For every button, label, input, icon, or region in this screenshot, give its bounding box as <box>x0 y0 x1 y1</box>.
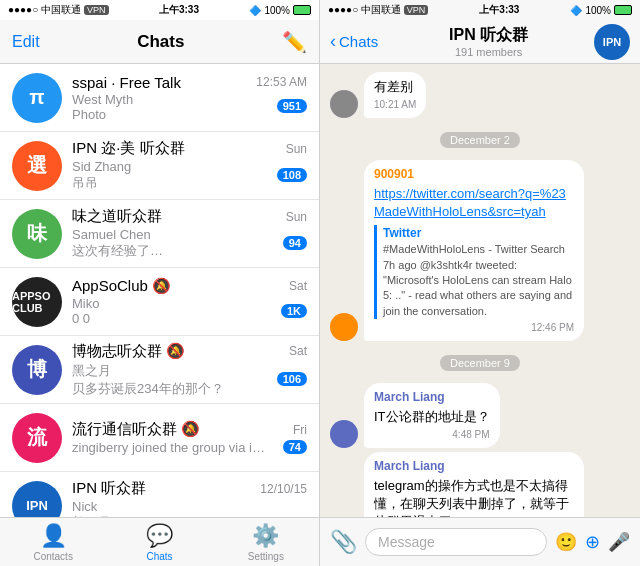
chat-avatar-weizhidao: 味 <box>12 209 62 259</box>
chat-avatar-ipn-main: IPN <box>12 481 62 518</box>
link-url-2[interactable]: https://twitter.com/search?q=%23MadeWith… <box>374 186 566 219</box>
chat-time-ipn-main: 12/10/15 <box>260 482 307 496</box>
sticker-icon[interactable]: 🙂 <box>555 531 577 553</box>
chat-item-weizhidao[interactable]: 味 味之道听众群 Sun Samuel Chen 这次有经验了… 94 <box>0 200 319 268</box>
chat-preview-ipn-xuan: 吊吊 <box>72 174 131 192</box>
bubble-0: 有差别 10:21 AM <box>364 72 426 118</box>
tab-icon-chats: 💬 <box>146 523 173 549</box>
msg-avatar-2 <box>330 313 358 341</box>
chat-info-weizhidao: 味之道听众群 Sun Samuel Chen 这次有经验了… 94 <box>72 207 307 260</box>
chat-item-ipn-xuan[interactable]: 選 IPN 迩·美 听众群 Sun Sid Zhang 吊吊 108 <box>0 132 319 200</box>
mic-button[interactable]: 🎤 <box>608 531 630 553</box>
chat-info-ipn-xuan: IPN 迩·美 听众群 Sun Sid Zhang 吊吊 108 <box>72 139 307 192</box>
msg-time-2: 12:46 PM <box>374 321 574 335</box>
tab-icon-contacts: 👤 <box>40 523 67 549</box>
chat-header: IPN 听众群 191 members <box>383 25 594 58</box>
chat-time-liuxing: Fri <box>293 423 307 437</box>
badge-ipn-xuan: 108 <box>277 168 307 182</box>
message-input[interactable]: Message <box>365 528 547 556</box>
compose-button[interactable]: ✏️ <box>282 30 307 54</box>
left-panel: ●●●●○ 中国联通 VPN 上午3:33 🔷 100% Edit Chats … <box>0 0 320 566</box>
chat-preview-appsoclub: 0 0 <box>72 311 99 326</box>
back-button[interactable]: ‹ Chats <box>330 31 378 52</box>
chat-avatar-sspai: π <box>12 73 62 123</box>
msg-time-4: 4:48 PM <box>374 428 490 442</box>
chat-time-weizhidao: Sun <box>286 210 307 224</box>
chat-name-weizhidao: 味之道听众群 <box>72 207 162 226</box>
time-right: 上午3:33 <box>479 3 519 17</box>
carrier-right: ●●●●○ 中国联通 VPN <box>328 3 428 17</box>
sender-name-5: March Liang <box>374 458 574 475</box>
bottom-bar-right: 📎 Message 🙂 ⊕ 🎤 <box>320 517 640 566</box>
battery-left: 100% <box>264 5 290 16</box>
nav-bar-right: ‹ Chats IPN 听众群 191 members IPN <box>320 20 640 64</box>
chat-list: π sspai · Free Talk 12:53 AM West Myth P… <box>0 64 319 517</box>
msg-avatar-0 <box>330 90 358 118</box>
chat-info-ipn-main: IPN 听众群 12/10/15 Nick 并不是 <box>72 479 307 517</box>
chat-time-bozhi: Sat <box>289 344 307 358</box>
bt-icon-right: 🔷 <box>570 5 582 16</box>
chat-sub-liuxing: zingiberry joined the group via invite l… <box>72 440 272 455</box>
chat-preview-ipn-main: 并不是 <box>72 514 111 517</box>
chat-info-appsoclub: AppSoClub 🔕 Sat Miko 0 0 1K <box>72 277 307 326</box>
chat-item-bozhi[interactable]: 博 博物志听众群 🔕 Sat 黑之月 贝多芬诞辰234年的那个？ 106 <box>0 336 319 404</box>
nav-bar-left: Edit Chats ✏️ <box>0 20 319 64</box>
chat-sub-ipn-main: Nick <box>72 499 111 514</box>
chat-name-ipn-xuan: IPN 迩·美 听众群 <box>72 139 185 158</box>
status-bar-right: ●●●●○ 中国联通 VPN 上午3:33 🔷 100% <box>320 0 640 20</box>
chat-item-appsoclub[interactable]: APPSO CLUB AppSoClub 🔕 Sat Miko 0 0 1K <box>0 268 319 336</box>
badge-sspai: 951 <box>277 99 307 113</box>
msg-row-5: March Liang telegram的操作方式也是不太搞得懂，在聊天列表中删… <box>330 452 630 517</box>
msg-row-4: March Liang IT公论群的地址是？ 4:48 PM <box>330 383 630 448</box>
chat-info-sspai: sspai · Free Talk 12:53 AM West Myth Pho… <box>72 74 307 122</box>
badge-bozhi: 106 <box>277 372 307 386</box>
bubble-5: March Liang telegram的操作方式也是不太搞得懂，在聊天列表中删… <box>364 452 584 517</box>
chat-name-appsoclub: AppSoClub 🔕 <box>72 277 171 295</box>
bubble-2: 900901 https://twitter.com/search?q=%23M… <box>364 160 584 341</box>
messages-area: 有差别 10:21 AM December 2 900901 https://t… <box>320 64 640 517</box>
sender-name-2: 900901 <box>374 166 574 183</box>
tab-icon-settings: ⚙️ <box>252 523 279 549</box>
chat-sub-ipn-xuan: Sid Zhang <box>72 159 131 174</box>
vpn-badge-right: VPN <box>404 5 429 15</box>
tab-settings[interactable]: ⚙️ Settings <box>213 518 319 566</box>
chat-preview-sspai: Photo <box>72 107 133 122</box>
tab-chats[interactable]: 💬 Chats <box>106 518 212 566</box>
chat-name-header: IPN 听众群 <box>449 25 528 46</box>
battery-icon-left <box>293 5 311 15</box>
attach-button[interactable]: 📎 <box>330 529 357 555</box>
tab-label-contacts: Contacts <box>33 551 72 562</box>
bt-icon: 🔷 <box>249 5 261 16</box>
member-count: 191 members <box>455 46 522 58</box>
time-left: 上午3:33 <box>159 3 199 17</box>
chat-item-liuxing[interactable]: 流 流行通信听众群 🔕 Fri zingiberry joined the gr… <box>0 404 319 472</box>
date-divider-1: December 2 <box>330 130 630 148</box>
carrier-text: ●●●●○ 中国联通 <box>8 3 81 17</box>
message-placeholder: Message <box>378 534 435 550</box>
status-bar-left: ●●●●○ 中国联通 VPN 上午3:33 🔷 100% <box>0 0 319 20</box>
chat-sub-weizhidao: Samuel Chen <box>72 227 163 242</box>
back-chevron-icon: ‹ <box>330 31 336 52</box>
tab-label-chats: Chats <box>146 551 172 562</box>
chat-preview-bozhi: 贝多芬诞辰234年的那个？ <box>72 380 224 398</box>
chat-item-sspai[interactable]: π sspai · Free Talk 12:53 AM West Myth P… <box>0 64 319 132</box>
extra-icon[interactable]: ⊕ <box>585 531 600 553</box>
badge-liuxing: 74 <box>283 440 307 454</box>
sender-name-4: March Liang <box>374 389 490 406</box>
chat-avatar-liuxing: 流 <box>12 413 62 463</box>
tab-contacts[interactable]: 👤 Contacts <box>0 518 106 566</box>
date-label: December 9 <box>440 355 520 371</box>
chat-time-ipn-xuan: Sun <box>286 142 307 156</box>
link-desc-2: 7h ago @k3shtk4r tweeted: "Microsoft's H… <box>383 258 574 320</box>
group-avatar[interactable]: IPN <box>594 24 630 60</box>
tab-bar-left: 👤 Contacts 💬 Chats ⚙️ Settings <box>0 517 319 566</box>
chat-item-ipn-main[interactable]: IPN IPN 听众群 12/10/15 Nick 并不是 <box>0 472 319 517</box>
msg-time-0: 10:21 AM <box>374 98 416 112</box>
battery-right: 🔷 100% <box>570 5 632 16</box>
battery-info-left: 🔷 100% <box>249 5 311 16</box>
chat-name-sspai: sspai · Free Talk <box>72 74 181 91</box>
chat-name-ipn-main: IPN 听众群 <box>72 479 146 498</box>
edit-button[interactable]: Edit <box>12 33 40 51</box>
chat-info-liuxing: 流行通信听众群 🔕 Fri zingiberry joined the grou… <box>72 420 307 455</box>
msg-text-5: telegram的操作方式也是不太搞得懂，在聊天列表中删掉了，就等于从群里退出了… <box>374 478 569 517</box>
